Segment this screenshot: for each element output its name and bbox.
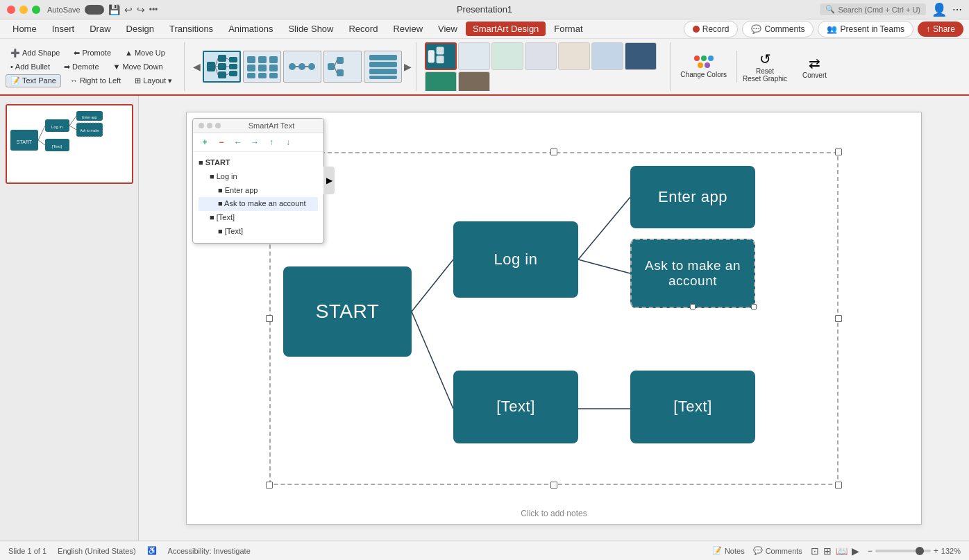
notes-button[interactable]: 📝 Notes	[712, 546, 745, 555]
node-ask-account[interactable]: Ask to make an account	[630, 239, 755, 308]
style-thumb-selected[interactable]	[425, 42, 457, 70]
share-button[interactable]: ↑ Share	[918, 22, 963, 37]
reset-graphic-button[interactable]: ↺ Reset Reset Graphic	[736, 51, 793, 83]
search-box[interactable]: 🔍 Search (Cmd + Ctrl + U)	[820, 3, 926, 15]
pane-item-text2[interactable]: ■ [Text]	[199, 225, 318, 239]
handle-tr[interactable]	[835, 149, 842, 155]
text-pane-button[interactable]: 📝 Text Pane	[6, 74, 61, 87]
undo-icon[interactable]: ↩	[124, 4, 133, 15]
slide-thumbnail[interactable]: START Log in [Text] Enter app Ask to mak…	[6, 104, 133, 184]
user-icon[interactable]: 👤	[932, 2, 947, 17]
style-thumb-4[interactable]	[525, 42, 557, 70]
right-to-left-button[interactable]: ↔ Right to Left	[65, 74, 126, 87]
slide-sorter-icon[interactable]: ⊞	[823, 545, 832, 557]
pane-indent-left-button[interactable]: ←	[232, 136, 244, 149]
handle-bottom[interactable]	[550, 482, 557, 489]
menu-home[interactable]: Home	[6, 22, 44, 36]
demote-button[interactable]: ➡ Demote	[59, 60, 104, 74]
move-up-button[interactable]: ▲ Move Up	[120, 46, 170, 59]
handle-bl[interactable]	[266, 482, 273, 489]
promote-button[interactable]: ⬅ Promote	[69, 46, 116, 60]
minimize-button[interactable]	[19, 6, 28, 14]
convert-button[interactable]: ⇄ Convert	[797, 55, 832, 79]
zoom-thumb[interactable]	[916, 547, 924, 555]
prev-layout-icon[interactable]: ◀	[193, 61, 201, 72]
menu-review[interactable]: Review	[386, 22, 430, 36]
autosave-toggle[interactable]	[85, 5, 104, 15]
menu-animations[interactable]: Animations	[221, 22, 280, 36]
menu-record[interactable]: Record	[342, 22, 385, 36]
comments-button[interactable]: 💬 Comments	[742, 21, 814, 37]
style-thumb-2[interactable]	[458, 42, 490, 70]
pane-move-down-button[interactable]: ↓	[282, 136, 294, 149]
slideshow-icon[interactable]: ▶	[852, 545, 859, 557]
node-resize-bm[interactable]	[690, 304, 696, 309]
record-button[interactable]: Record	[684, 21, 739, 37]
traffic-lights	[7, 6, 40, 14]
zoom-out-icon[interactable]: −	[868, 546, 873, 556]
zoom-level[interactable]: 132%	[941, 547, 961, 555]
menu-format[interactable]: Format	[547, 22, 589, 36]
style-thumb-5[interactable]	[558, 42, 590, 70]
change-colors-button[interactable]: Change Colors	[675, 56, 732, 78]
pane-item-ask-account[interactable]: ■ Ask to make an account	[199, 197, 318, 211]
next-layout-icon[interactable]: ▶	[404, 61, 412, 72]
add-bullet-button[interactable]: • Add Bullet	[6, 60, 55, 73]
accessibility-label[interactable]: Accessibility: Investigate	[168, 547, 251, 555]
layout-thumb-4[interactable]	[323, 51, 362, 83]
slide-canvas[interactable]: SmartArt Text + − ← → ↑ ↓ ■ START ■ Log …	[186, 112, 922, 525]
zoom-in-icon[interactable]: +	[934, 546, 938, 556]
add-notes[interactable]: Click to add notes	[521, 509, 587, 518]
menu-design[interactable]: Design	[119, 22, 161, 36]
comments-status-button[interactable]: 💬 Comments	[753, 546, 802, 555]
pane-indent-right-button[interactable]: →	[248, 136, 261, 149]
save-icon[interactable]: 💾	[108, 4, 120, 15]
node-resize-br[interactable]	[751, 304, 757, 309]
node-enter-app[interactable]: Enter app	[630, 166, 755, 228]
pane-remove-button[interactable]: −	[215, 136, 228, 149]
menu-slideshow[interactable]: Slide Show	[281, 22, 340, 36]
style-thumb-3[interactable]	[491, 42, 523, 70]
pane-expand-arrow[interactable]: ▶	[323, 167, 335, 194]
layout-thumb-5[interactable]	[364, 51, 402, 83]
normal-view-icon[interactable]: ⊡	[811, 545, 819, 557]
menu-transitions[interactable]: Transitions	[162, 22, 220, 36]
node-start[interactable]: START	[283, 266, 412, 357]
layout-thumb-1[interactable]	[203, 51, 241, 83]
reading-view-icon[interactable]: 📖	[836, 545, 848, 557]
node-text2[interactable]: [Text]	[630, 371, 755, 443]
redo-icon[interactable]: ↪	[137, 4, 145, 15]
pane-add-button[interactable]: +	[199, 136, 211, 149]
pane-item-start[interactable]: ■ START	[199, 156, 318, 170]
present-teams-button[interactable]: 👥 Present in Teams	[818, 21, 913, 37]
close-button[interactable]	[7, 6, 15, 14]
maximize-button[interactable]	[32, 6, 40, 14]
menu-view[interactable]: View	[431, 22, 464, 36]
add-shape-button[interactable]: ➕ Add Shape	[6, 46, 65, 60]
more-options-icon[interactable]: ⋯	[952, 4, 962, 15]
pane-item-text1[interactable]: ■ [Text]	[199, 211, 318, 225]
slide-info: Slide 1 of 1	[8, 547, 47, 555]
pane-item-login[interactable]: ■ Log in	[199, 170, 318, 184]
zoom-slider[interactable]	[875, 550, 931, 552]
style-thumb-7[interactable]	[625, 42, 657, 70]
style-thumb-6[interactable]	[591, 42, 623, 70]
handle-left[interactable]	[266, 315, 273, 322]
menu-insert[interactable]: Insert	[45, 22, 82, 36]
handle-br[interactable]	[835, 482, 842, 489]
more-icon[interactable]: •••	[149, 5, 158, 15]
menu-smartart-design[interactable]: SmartArt Design	[466, 22, 546, 36]
style-thumb-9[interactable]	[458, 71, 490, 91]
handle-top[interactable]	[550, 149, 557, 155]
handle-right[interactable]	[835, 315, 842, 322]
node-login[interactable]: Log in	[453, 221, 578, 298]
node-text1[interactable]: [Text]	[453, 371, 578, 443]
move-down-button[interactable]: ▼ Move Down	[108, 60, 168, 73]
pane-item-enter-app[interactable]: ■ Enter app	[199, 184, 318, 198]
menu-draw[interactable]: Draw	[83, 22, 117, 36]
layout-thumb-2[interactable]	[243, 51, 281, 83]
style-thumb-8[interactable]	[425, 71, 457, 91]
layout-thumb-3[interactable]	[283, 51, 321, 83]
layout-button[interactable]: ⊞ Layout ▾	[130, 74, 177, 87]
pane-move-up-button[interactable]: ↑	[265, 136, 278, 149]
